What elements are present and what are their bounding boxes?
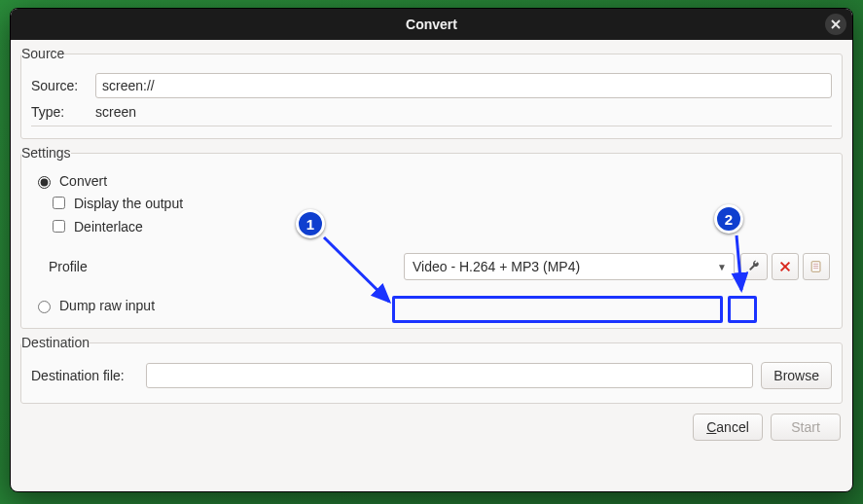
annotation-arrow-2 [0,0,863,504]
svg-line-9 [737,235,741,290]
